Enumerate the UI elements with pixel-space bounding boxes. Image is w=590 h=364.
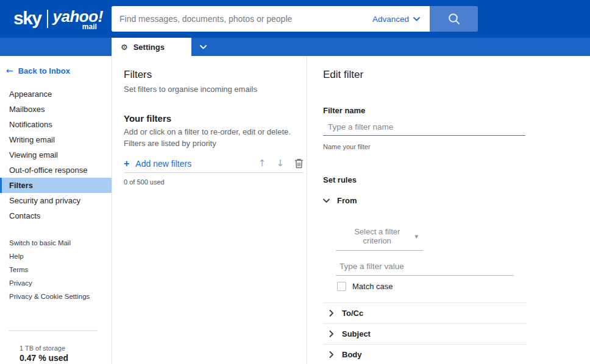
filter-value-input[interactable] <box>336 258 514 276</box>
chevron-down-icon <box>323 198 330 203</box>
chevron-down-icon <box>200 45 207 49</box>
match-case-checkbox[interactable] <box>337 282 346 291</box>
filter-criterion-dropdown[interactable]: Select a filter criterion ▾ <box>336 224 423 251</box>
rule-body-label: Body <box>342 350 362 360</box>
advanced-search-button[interactable]: Advanced <box>368 6 430 32</box>
edit-filter-panel: Edit filter Filter name Name your filter… <box>307 56 590 364</box>
sidebar-item-filters[interactable]: Filters <box>0 178 112 193</box>
rule-section-subject[interactable]: Subject <box>323 323 526 344</box>
rule-section-body[interactable]: Body <box>323 344 526 364</box>
sidebar-item-appearance[interactable]: Appearance <box>0 86 112 102</box>
back-to-inbox-label: Back to Inbox <box>18 66 70 75</box>
rule-section-from[interactable]: From <box>323 196 526 206</box>
rule-from-label: From <box>337 196 357 206</box>
tab-settings[interactable]: ⚙ Settings <box>112 38 191 56</box>
privacy-cookie-settings-link[interactable]: Privacy & Cookie Settings <box>0 290 112 303</box>
collapsed-rules-list: To/Cc Subject Body <box>323 303 526 364</box>
search-box: Advanced <box>112 6 430 32</box>
advanced-label: Advanced <box>372 15 409 24</box>
chevron-right-icon <box>329 331 334 337</box>
rule-subject-label: Subject <box>342 329 371 339</box>
filter-name-input[interactable] <box>323 116 525 136</box>
move-filter-down-button[interactable]: ↓ <box>276 159 284 168</box>
storage-used-text: 0.47 % used <box>20 353 68 363</box>
arrow-up-icon: ↑ <box>258 159 266 168</box>
plus-icon: + <box>124 159 129 168</box>
storage-capacity-text: 1 TB of storage <box>20 345 65 352</box>
gear-icon: ⚙ <box>121 43 128 51</box>
privacy-link[interactable]: Privacy <box>0 276 112 290</box>
search-icon <box>447 12 461 26</box>
search-bar: Advanced <box>112 6 478 32</box>
back-arrow-icon: ← <box>6 66 13 75</box>
tab-bar: ⚙ Settings <box>0 38 590 56</box>
settings-tab-label: Settings <box>133 43 165 52</box>
your-filters-description: Add or click on a filter to re-order, ed… <box>124 126 303 149</box>
filter-name-label: Filter name <box>323 106 590 115</box>
sidebar-item-writing-email[interactable]: Writing email <box>0 132 112 147</box>
sidebar-item-viewing-email[interactable]: Viewing email <box>0 147 112 163</box>
settings-nav: Appearance Mailboxes Notifications Writi… <box>0 86 112 223</box>
match-case-label[interactable]: Match case <box>352 282 393 291</box>
filter-criterion-placeholder: Select a filter criterion <box>339 227 414 245</box>
trash-icon <box>294 158 304 169</box>
settings-sidebar: ← Back to Inbox Appearance Mailboxes Not… <box>0 56 112 364</box>
filters-panel-title: Filters <box>124 69 298 81</box>
edit-filter-title: Edit filter <box>323 69 590 81</box>
chevron-down-icon <box>413 17 420 21</box>
help-link[interactable]: Help <box>0 250 112 263</box>
move-filter-up-button[interactable]: ↑ <box>258 159 266 168</box>
add-new-filters-button[interactable]: + Add new filters <box>124 159 191 169</box>
filters-panel: Filters Set filters to organise incoming… <box>112 56 307 364</box>
terms-link[interactable]: Terms <box>0 263 112 276</box>
filters-usage-count: 0 of 500 used <box>124 178 298 186</box>
sidebar-divider <box>9 331 98 331</box>
filters-panel-subtitle: Set filters to organise incoming emails <box>124 85 298 94</box>
chevron-right-icon <box>329 310 334 317</box>
sky-yahoo-mail-logo: sky yahoo! mail <box>13 8 103 30</box>
sidebar-item-security-privacy[interactable]: Security and privacy <box>0 193 112 208</box>
filter-name-help-text: Name your filter <box>323 143 590 150</box>
sidebar-footer-links: Switch to basic Mail Help Terms Privacy … <box>0 236 112 303</box>
add-new-filters-label: Add new filters <box>135 159 191 169</box>
rule-to-cc-label: To/Cc <box>342 309 363 318</box>
rule-from-body: Select a filter criterion ▾ Match case <box>336 224 590 291</box>
sky-yahoo-mail-settings-window: sky yahoo! mail Advanced <box>0 0 590 364</box>
your-filters-title: Your filters <box>124 114 298 123</box>
sidebar-item-out-of-office[interactable]: Out-of-office response <box>0 163 112 178</box>
sky-logo-text: sky <box>13 8 41 29</box>
match-case-row: Match case <box>337 282 590 291</box>
rule-section-to-cc[interactable]: To/Cc <box>323 303 526 323</box>
search-input[interactable] <box>112 6 368 32</box>
dropdown-caret-icon: ▾ <box>414 233 418 240</box>
back-to-inbox-link[interactable]: ← Back to Inbox <box>6 66 70 75</box>
set-rules-label: Set rules <box>323 175 590 184</box>
sidebar-item-notifications[interactable]: Notifications <box>0 117 112 132</box>
yahoo-mail-logo-text: yahoo! mail <box>53 8 103 30</box>
top-header: sky yahoo! mail Advanced <box>0 0 590 38</box>
filters-toolbar-row: + Add new filters ↑ ↓ <box>124 155 304 173</box>
switch-to-basic-mail-link[interactable]: Switch to basic Mail <box>0 236 112 250</box>
search-button[interactable] <box>430 6 478 32</box>
sidebar-item-contacts[interactable]: Contacts <box>0 208 112 223</box>
main-content: ← Back to Inbox Appearance Mailboxes Not… <box>0 56 590 364</box>
chevron-right-icon <box>329 351 334 358</box>
tab-options-chevron-button[interactable] <box>194 38 212 56</box>
delete-filter-button[interactable] <box>294 158 304 169</box>
sidebar-item-mailboxes[interactable]: Mailboxes <box>0 102 112 117</box>
arrow-down-icon: ↓ <box>276 159 284 168</box>
logo-divider <box>47 10 48 28</box>
